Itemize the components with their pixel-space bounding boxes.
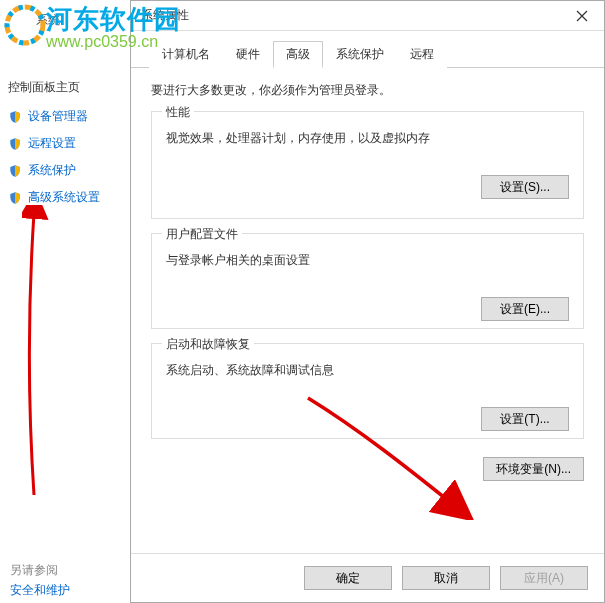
security-link[interactable]: 安全和维护: [10, 582, 70, 599]
tab-advanced[interactable]: 高级: [273, 41, 323, 68]
dialog-footer: 确定 取消 应用(A): [131, 553, 604, 602]
profile-settings-button[interactable]: 设置(E)...: [481, 297, 569, 321]
group-desc: 系统启动、系统故障和调试信息: [166, 362, 569, 379]
sidebar-item-protection[interactable]: 系统保护: [8, 162, 124, 179]
control-panel-sidebar: 系统 控制面板主页 设备管理器 远程设置 系统保护 高级系统设置 另请参阅 安全…: [0, 0, 130, 603]
apply-button[interactable]: 应用(A): [500, 566, 588, 590]
tab-row: 计算机名 硬件 高级 系统保护 远程: [131, 31, 604, 68]
sidebar-link-label[interactable]: 设备管理器: [28, 108, 88, 125]
tab-remote[interactable]: 远程: [397, 41, 447, 68]
close-button[interactable]: [560, 1, 604, 31]
shield-icon: [8, 164, 22, 178]
group-title: 用户配置文件: [162, 226, 242, 243]
env-variables-button[interactable]: 环境变量(N)...: [483, 457, 584, 481]
group-performance: 性能 视觉效果，处理器计划，内存使用，以及虚拟内存 设置(S)...: [151, 111, 584, 219]
tab-computer-name[interactable]: 计算机名: [149, 41, 223, 68]
sidebar-link-label[interactable]: 系统保护: [28, 162, 76, 179]
titlebar: 系统属性: [131, 1, 604, 31]
shield-icon: [8, 137, 22, 151]
sidebar-item-device-manager[interactable]: 设备管理器: [8, 108, 124, 125]
tab-hardware[interactable]: 硬件: [223, 41, 273, 68]
sidebar-link-label[interactable]: 远程设置: [28, 135, 76, 152]
tab-content-advanced: 要进行大多数更改，你必须作为管理员登录。 性能 视觉效果，处理器计划，内存使用，…: [131, 68, 604, 553]
group-user-profile: 用户配置文件 与登录帐户相关的桌面设置 设置(E)...: [151, 233, 584, 329]
shield-icon: [8, 110, 22, 124]
group-desc: 视觉效果，处理器计划，内存使用，以及虚拟内存: [166, 130, 569, 147]
group-title: 性能: [162, 104, 194, 121]
startup-settings-button[interactable]: 设置(T)...: [481, 407, 569, 431]
group-title: 启动和故障恢复: [162, 336, 254, 353]
dialog-title: 系统属性: [141, 7, 560, 24]
cancel-button[interactable]: 取消: [402, 566, 490, 590]
system-label: 系统: [36, 12, 124, 29]
sidebar-item-advanced[interactable]: 高级系统设置: [8, 189, 124, 206]
ok-button[interactable]: 确定: [304, 566, 392, 590]
sidebar-link-label[interactable]: 高级系统设置: [28, 189, 100, 206]
see-also-label: 另请参阅: [10, 562, 58, 579]
admin-note: 要进行大多数更改，你必须作为管理员登录。: [151, 82, 584, 99]
tab-protection[interactable]: 系统保护: [323, 41, 397, 68]
shield-icon: [8, 191, 22, 205]
group-startup: 启动和故障恢复 系统启动、系统故障和调试信息 设置(T)...: [151, 343, 584, 439]
perf-settings-button[interactable]: 设置(S)...: [481, 175, 569, 199]
sidebar-item-remote[interactable]: 远程设置: [8, 135, 124, 152]
system-properties-dialog: 系统属性 计算机名 硬件 高级 系统保护 远程 要进行大多数更改，你必须作为管理…: [130, 0, 605, 603]
close-icon: [576, 10, 588, 22]
cp-home-link[interactable]: 控制面板主页: [8, 79, 124, 96]
group-desc: 与登录帐户相关的桌面设置: [166, 252, 569, 269]
